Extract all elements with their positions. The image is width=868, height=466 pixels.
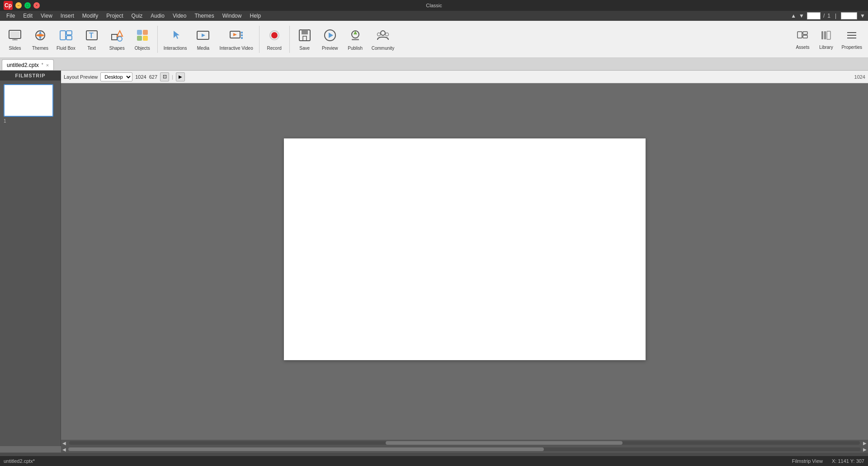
tab-label: untitled2.cptx	[7, 62, 39, 68]
status-view: Filmstrip View	[792, 458, 823, 464]
objects-label: Objects	[135, 46, 150, 51]
interactive-video-tool[interactable]: Interactive Video	[216, 24, 256, 55]
text-icon: T	[85, 28, 99, 44]
preview-icon	[323, 28, 337, 44]
menu-item-view[interactable]: View	[37, 12, 56, 20]
library-tool[interactable]: Library	[815, 24, 837, 55]
main-toolbar: Slides Themes Fluid Box T Text Shapes Ob…	[0, 21, 868, 58]
slides-tool[interactable]: Slides	[3, 24, 27, 55]
svg-rect-37	[797, 32, 802, 38]
menu-item-audio[interactable]: Audio	[147, 12, 168, 20]
svg-point-36	[385, 33, 388, 36]
arrow-up-icon[interactable]: ▲	[791, 13, 796, 19]
canvas-toolbar: Layout Preview Desktop 1024 627 ⊡ | ▶ 10…	[61, 71, 868, 83]
timeline-scroll-right[interactable]: ▶	[862, 446, 868, 452]
preview-tool[interactable]: Preview	[318, 24, 342, 55]
zoom-dropdown-icon[interactable]: ▼	[860, 13, 865, 19]
tab-modified-indicator: *	[42, 62, 43, 67]
scroll-right-button[interactable]: ▶	[862, 440, 868, 446]
menu-item-modify[interactable]: Modify	[79, 12, 102, 20]
menu-item-video[interactable]: Video	[169, 12, 190, 20]
menu-item-themes[interactable]: Themes	[191, 12, 217, 20]
record-label: Record	[267, 46, 282, 51]
publish-icon	[348, 28, 363, 44]
svg-rect-33	[352, 39, 359, 40]
library-label: Library	[819, 45, 833, 50]
menu-bar: File Edit View Insert Modify Project Qui…	[0, 11, 868, 21]
svg-rect-39	[803, 35, 807, 38]
preview-label: Preview	[322, 46, 338, 51]
svg-rect-15	[137, 36, 142, 41]
menu-item-help[interactable]: Help	[246, 12, 264, 20]
svg-rect-13	[137, 30, 142, 35]
svg-text:T: T	[89, 32, 94, 39]
properties-tool[interactable]: Properties	[838, 24, 865, 55]
save-tool[interactable]: Save	[292, 24, 317, 55]
timeline-scroll-thumb[interactable]	[68, 447, 544, 451]
community-tool[interactable]: Community	[368, 24, 398, 55]
svg-rect-41	[824, 31, 826, 39]
zoom-input[interactable]: 100	[841, 12, 857, 19]
shapes-tool[interactable]: Shapes	[105, 24, 129, 55]
svg-rect-16	[143, 36, 148, 41]
svg-marker-30	[329, 33, 333, 38]
minimize-button[interactable]: −	[15, 2, 22, 9]
interactions-tool[interactable]: Interactions	[160, 24, 190, 55]
tab-untitled2[interactable]: untitled2.cptx * ×	[2, 59, 54, 70]
svg-rect-42	[827, 31, 830, 39]
scroll-left-button[interactable]: ◀	[61, 440, 67, 446]
menu-item-file[interactable]: File	[3, 12, 19, 20]
tab-close-button[interactable]: ×	[46, 62, 49, 68]
toolbar-separator: |	[172, 74, 173, 80]
slide-thumbnail-1[interactable]	[4, 84, 53, 117]
svg-point-34	[381, 31, 385, 35]
themes-tool[interactable]: Themes	[28, 24, 52, 55]
svg-rect-14	[143, 30, 148, 35]
menu-item-project[interactable]: Project	[103, 12, 127, 20]
record-tool[interactable]: Record	[262, 24, 287, 55]
svg-marker-18	[202, 33, 205, 37]
main-layout: FILMSTRIP 1 Layout Preview Desktop 1024 …	[0, 71, 868, 446]
page-number-input[interactable]: 1	[807, 12, 821, 19]
toolbar-divider-2	[259, 26, 259, 53]
svg-rect-28	[303, 36, 307, 41]
fluid-box-tool[interactable]: Fluid Box	[53, 24, 79, 55]
scroll-thumb-h[interactable]	[386, 441, 623, 445]
assets-tool[interactable]: Assets	[791, 24, 814, 55]
svg-rect-23	[241, 37, 243, 39]
page-total: 1	[827, 13, 830, 19]
maximize-button[interactable]: □	[24, 2, 31, 9]
publish-tool[interactable]: Publish	[343, 24, 368, 55]
svg-rect-5	[60, 31, 66, 40]
svg-point-35	[377, 33, 380, 36]
slide-number-1: 1	[4, 119, 57, 124]
svg-rect-10	[112, 34, 117, 40]
svg-marker-20	[233, 33, 237, 36]
themes-label: Themes	[32, 46, 48, 51]
slide-canvas[interactable]	[284, 138, 646, 360]
menu-item-window[interactable]: Window	[219, 12, 245, 20]
filmstrip-slides: 1	[0, 81, 61, 446]
window-title: Classic	[40, 3, 828, 8]
objects-tool[interactable]: Objects	[130, 24, 155, 55]
layout-select[interactable]: Desktop	[100, 72, 132, 81]
svg-rect-1	[10, 32, 19, 37]
toolbar-divider-3	[289, 26, 290, 53]
save-icon	[297, 28, 312, 44]
fit-canvas-button[interactable]: ⊡	[160, 72, 169, 81]
filmstrip-header: FILMSTRIP	[0, 71, 61, 81]
media-tool[interactable]: Media	[191, 24, 215, 55]
themes-icon	[33, 28, 47, 44]
arrow-down-icon[interactable]: ▼	[799, 13, 804, 19]
status-filename: untitled2.cptx*	[4, 458, 35, 464]
play-button[interactable]: ▶	[176, 72, 185, 81]
svg-point-25	[271, 32, 278, 38]
timeline-scroll-left[interactable]: ◀	[61, 446, 67, 452]
menu-item-edit[interactable]: Edit	[19, 12, 36, 20]
text-tool[interactable]: T Text	[80, 24, 104, 55]
properties-label: Properties	[841, 45, 862, 50]
close-button[interactable]: ×	[33, 2, 40, 9]
slides-label: Slides	[9, 46, 21, 51]
menu-item-insert[interactable]: Insert	[57, 12, 78, 20]
menu-item-quiz[interactable]: Quiz	[128, 12, 146, 20]
